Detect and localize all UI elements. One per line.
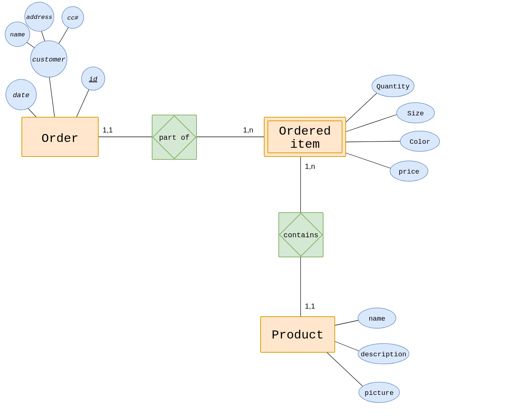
edge-oi-quantity [344,88,382,124]
attr-order-id: id [82,67,105,90]
entity-product[interactable]: Product [261,317,335,352]
card-ordereditem-contains: 1,n [305,162,315,170]
attr-oi-quantity: Quantity [372,75,414,97]
edge-oi-price [344,152,394,170]
attr-order-date: date [6,79,36,110]
edge-customer-cc [57,26,69,46]
svg-text:Quantity: Quantity [376,83,409,91]
svg-text:contains: contains [283,231,318,239]
svg-text:picture: picture [365,389,394,397]
er-diagram: 1,1 1,n 1,n 1,1 Order Ordered item Produ… [0,0,516,420]
edge-oi-color [346,141,402,142]
edge-order-customer [49,73,55,117]
svg-text:customer: customer [32,56,65,64]
attr-oi-price: price [390,161,428,181]
attr-product-description: description [358,344,409,364]
svg-text:name: name [369,315,385,323]
attr-order-customer: customer [31,41,67,77]
svg-text:Size: Size [407,110,424,118]
entity-order[interactable]: Order [22,117,98,156]
attr-product-name: name [358,308,396,328]
svg-text:address: address [26,14,52,21]
attr-customer-cc: cc# [62,7,84,28]
svg-text:item: item [290,138,320,151]
card-partof-ordereditem: 1,n [243,126,253,134]
attr-product-picture: picture [359,382,400,403]
svg-text:date: date [13,91,29,99]
edge-oi-size [346,113,402,132]
svg-text:id: id [89,75,98,83]
svg-text:name: name [10,31,25,38]
card-contains-product: 1,1 [305,302,315,310]
svg-text:price: price [398,168,419,176]
svg-text:part of: part of [159,134,190,142]
relationship-part-of[interactable]: part of [152,115,197,159]
relationship-contains[interactable]: contains [279,213,323,257]
attr-oi-color: Color [400,131,440,151]
attr-oi-size: Size [397,103,434,123]
edge-product-description [335,341,362,352]
edge-order-id [76,87,90,117]
svg-text:Order: Order [41,132,79,146]
attr-customer-name: name [5,22,30,47]
card-order-partof: 1,1 [103,126,113,134]
svg-text:cc#: cc# [67,15,79,21]
edge-product-name [335,320,362,325]
svg-text:Ordered: Ordered [279,124,331,138]
entity-ordered-item[interactable]: Ordered item [264,117,346,156]
svg-text:description: description [361,350,406,358]
svg-text:Product: Product [272,328,324,342]
attr-customer-address: address [25,2,54,31]
svg-text:Color: Color [409,138,430,146]
